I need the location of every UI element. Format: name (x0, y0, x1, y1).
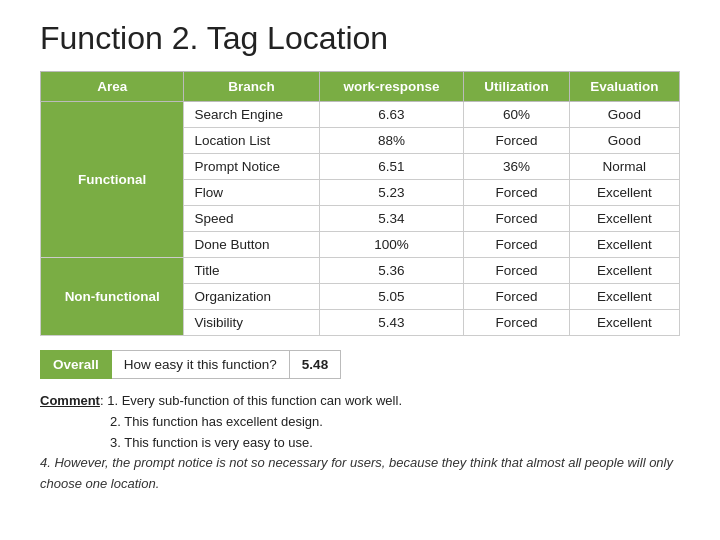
overall-value: 5.48 (290, 350, 341, 379)
comment-label: Comment (40, 393, 100, 408)
comment-line-1: 1. Every sub-function of this function c… (107, 393, 402, 408)
area-nonfunctional: Non-functional (41, 258, 184, 336)
overall-label: Overall (40, 350, 112, 379)
comment-section: Comment: 1. Every sub-function of this f… (40, 391, 680, 495)
comment-line-3: 3. This function is very easy to use. (110, 435, 313, 450)
comment-line-2: 2. This function has excellent design. (110, 414, 323, 429)
col-header-area: Area (41, 72, 184, 102)
page-title: Function 2. Tag Location (40, 20, 680, 57)
comment-line-4: 4. However, the prompt notice is not so … (40, 455, 673, 491)
col-header-evaluation: Evaluation (569, 72, 679, 102)
overall-question: How easy it this function? (112, 350, 290, 379)
col-header-utilization: Utilization (464, 72, 570, 102)
col-header-branch: Branch (184, 72, 319, 102)
col-header-work-response: work-response (319, 72, 463, 102)
area-functional: Functional (41, 102, 184, 258)
evaluation-table: Area Branch work-response Utilization Ev… (40, 71, 680, 336)
overall-row: Overall How easy it this function? 5.48 (40, 350, 680, 379)
